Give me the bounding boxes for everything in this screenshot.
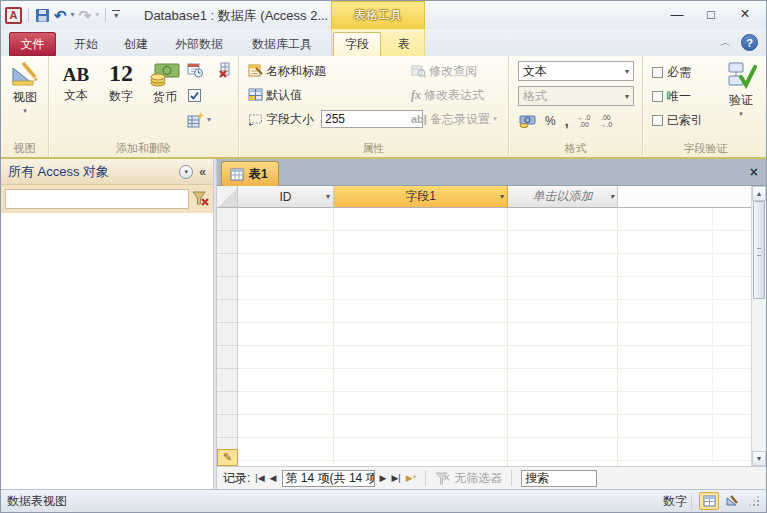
save-icon[interactable] bbox=[35, 8, 50, 23]
previous-record-button[interactable]: ◀ bbox=[270, 473, 277, 483]
column-header-add-new[interactable]: 单击以添加 ▾ bbox=[508, 186, 618, 208]
new-record-button[interactable]: ▶* bbox=[406, 473, 416, 483]
navigation-pane-header[interactable]: 所有 Access 对象 ▾ « bbox=[1, 159, 213, 185]
decrease-decimals-icon[interactable]: .00 →.0 bbox=[599, 114, 612, 129]
record-position-indicator[interactable]: 第 14 项(共 14 项) bbox=[282, 470, 375, 487]
more-fields-dropdown-icon: ▾ bbox=[207, 116, 211, 124]
help-icon[interactable]: ? bbox=[741, 34, 758, 51]
ribbon-group-formatting: 文本 ▾ 格式 ▾ % , ←.0 .00 .00 →.0 bbox=[509, 56, 643, 157]
view-button[interactable]: 视图 ▾ bbox=[7, 60, 43, 114]
customize-qat-icon[interactable]: ▾ bbox=[112, 10, 120, 19]
comma-format-icon[interactable]: , bbox=[565, 113, 569, 129]
select-all-cell[interactable] bbox=[217, 186, 238, 208]
pencil-icon: ✎ bbox=[223, 451, 232, 464]
access-logo-icon[interactable]: A bbox=[5, 7, 22, 24]
scroll-down-icon[interactable]: ▼ bbox=[752, 451, 766, 466]
datasheet-view-button[interactable] bbox=[699, 492, 719, 510]
validation-button[interactable]: 验证 ▾ bbox=[719, 61, 763, 117]
column-field1-dropdown-icon[interactable]: ▾ bbox=[500, 192, 504, 201]
indexed-label: 已索引 bbox=[667, 112, 703, 129]
group-label-add-delete: 添加和删除 bbox=[49, 141, 238, 156]
scrollbar-thumb[interactable] bbox=[753, 201, 765, 299]
data-type-dropdown[interactable]: 文本 ▾ bbox=[518, 61, 634, 81]
currency-format-icon[interactable] bbox=[519, 115, 536, 128]
group-label-views: 视图 bbox=[1, 141, 48, 156]
scroll-up-icon[interactable]: ▲ bbox=[752, 186, 766, 201]
column-add-new-dropdown-icon[interactable]: ▾ bbox=[610, 192, 614, 201]
close-button[interactable]: × bbox=[728, 3, 762, 25]
editing-record-indicator: ✎ bbox=[217, 449, 238, 466]
column-header-field1[interactable]: 字段1 ▾ bbox=[334, 186, 508, 208]
tab-external-data[interactable]: 外部数据 bbox=[163, 32, 235, 56]
ab-icon: ab| bbox=[411, 113, 427, 125]
column-id-dropdown-icon[interactable]: ▾ bbox=[326, 192, 330, 201]
row-selector-column[interactable] bbox=[217, 208, 238, 466]
memo-settings-button: ab| 备忘录设置 ▾ bbox=[411, 110, 497, 128]
redo-dropdown-icon: ▾ bbox=[95, 11, 99, 19]
fx-icon: fx bbox=[411, 88, 421, 103]
next-record-button[interactable]: ▶ bbox=[380, 473, 387, 483]
grid-line bbox=[712, 208, 713, 466]
tab-fields[interactable]: 字段 bbox=[333, 32, 381, 56]
access-window: A ↶ ▾ ↷ ▾ ▾ Database1 : 数据库 (Access 2...… bbox=[0, 0, 767, 513]
no-filter-button: 无筛选器 bbox=[435, 470, 502, 487]
indexed-checkbox-row[interactable]: 已索引 bbox=[652, 112, 703, 129]
validation-icon bbox=[725, 61, 757, 91]
more-fields-icon bbox=[187, 112, 204, 128]
increase-decimals-icon[interactable]: ←.0 .00 bbox=[578, 114, 591, 129]
tab-file[interactable]: 文件 bbox=[9, 32, 56, 56]
undo-icon[interactable]: ↶ bbox=[54, 8, 67, 23]
date-time-button[interactable] bbox=[187, 61, 203, 79]
design-view-button[interactable] bbox=[722, 492, 742, 510]
grid-line bbox=[617, 208, 618, 466]
nav-search-input[interactable] bbox=[5, 189, 189, 209]
clear-filter-icon[interactable] bbox=[192, 191, 209, 207]
divider bbox=[691, 493, 692, 509]
unique-checkbox[interactable] bbox=[652, 91, 663, 102]
tab-table[interactable]: 表 bbox=[385, 32, 423, 56]
add-number-field-button[interactable]: 12 数字 bbox=[101, 60, 141, 105]
datasheet-grid[interactable] bbox=[238, 208, 751, 466]
record-search-input[interactable] bbox=[521, 470, 597, 487]
column-header-id[interactable]: ID ▾ bbox=[238, 186, 334, 208]
add-text-field-button[interactable]: AB 文本 bbox=[56, 64, 96, 104]
table-icon bbox=[230, 168, 244, 181]
nav-menu-dropdown-icon[interactable]: ▾ bbox=[179, 165, 193, 179]
first-record-button[interactable]: |◀ bbox=[255, 473, 264, 483]
yes-no-button[interactable] bbox=[187, 86, 202, 104]
resize-grip[interactable] bbox=[748, 495, 760, 507]
document-tab-table1[interactable]: 表1 bbox=[221, 161, 279, 186]
required-checkbox-row[interactable]: 必需 bbox=[652, 64, 691, 81]
close-document-icon[interactable]: × bbox=[750, 164, 758, 180]
tab-create[interactable]: 创建 bbox=[113, 32, 159, 56]
ribbon-tab-row: 文件 开始 创建 外部数据 数据库工具 字段 表 ︿ ? bbox=[1, 29, 766, 56]
status-view-name: 数据表视图 bbox=[7, 493, 67, 510]
ribbon: 视图 ▾ 视图 AB 文本 12 数字 bbox=[1, 56, 766, 159]
add-text-label: 文本 bbox=[64, 87, 88, 104]
group-label-field-validation: 字段验证 bbox=[643, 141, 767, 156]
more-fields-button[interactable]: ▾ bbox=[187, 111, 211, 129]
minimize-button[interactable]: — bbox=[660, 3, 694, 25]
view-button-label: 视图 bbox=[13, 89, 37, 106]
percent-format-icon[interactable]: % bbox=[545, 114, 556, 128]
field-size-input[interactable] bbox=[321, 110, 423, 128]
unique-checkbox-row[interactable]: 唯一 bbox=[652, 88, 691, 105]
divider bbox=[105, 8, 106, 22]
undo-dropdown-icon[interactable]: ▾ bbox=[71, 11, 75, 19]
nav-collapse-icon[interactable]: « bbox=[199, 165, 206, 179]
delete-field-button[interactable] bbox=[217, 61, 233, 79]
vertical-scrollbar[interactable]: ▲ ▼ bbox=[751, 186, 766, 466]
default-value-button[interactable]: 默认值 bbox=[248, 86, 302, 104]
maximize-button[interactable]: □ bbox=[694, 3, 728, 25]
tab-database-tools[interactable]: 数据库工具 bbox=[239, 32, 325, 56]
last-record-button[interactable]: ▶| bbox=[391, 473, 400, 483]
redo-icon: ↷ bbox=[79, 8, 92, 23]
indexed-checkbox[interactable] bbox=[652, 115, 663, 126]
status-input-mode: 数字 bbox=[663, 493, 687, 510]
collapse-ribbon-icon[interactable]: ︿ bbox=[720, 35, 731, 50]
required-checkbox[interactable] bbox=[652, 67, 663, 78]
tab-home[interactable]: 开始 bbox=[63, 32, 109, 56]
name-caption-button[interactable]: 名称和标题 bbox=[248, 62, 326, 80]
add-currency-field-button[interactable]: 货币 bbox=[145, 62, 185, 106]
ribbon-group-views: 视图 ▾ 视图 bbox=[1, 56, 49, 157]
